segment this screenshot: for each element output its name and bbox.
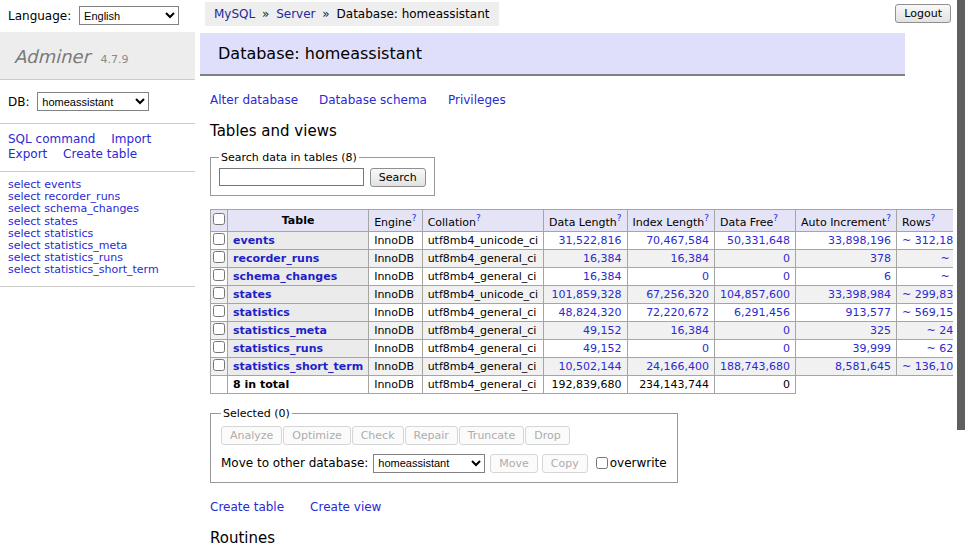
auto-increment-link[interactable]: 33,398,984 [828,288,891,301]
data-length-link[interactable]: 101,859,328 [552,288,622,301]
data-length-link[interactable]: 49,152 [583,342,622,355]
app-name[interactable]: Adminer [14,46,90,67]
data-length-link[interactable]: 10,502,144 [559,360,622,373]
column-header-label: Table [282,214,315,227]
help-link-data-length[interactable]: ? [617,213,622,223]
search-input[interactable] [219,168,364,186]
breadcrumb-item-server[interactable]: Server [276,7,315,21]
search-button[interactable]: Search [370,168,426,187]
data-length-link[interactable]: 16,384 [583,252,622,265]
help-link-index-length[interactable]: ? [704,213,709,223]
sidebar-action-sql-command[interactable]: SQL command [8,132,95,146]
select-all-checkbox[interactable] [213,213,225,225]
row-checkbox-statistics-short-term[interactable] [213,359,225,371]
data-length-link[interactable]: 48,824,320 [559,306,622,319]
table-link-statistics-short-term[interactable]: statistics_short_term [233,360,363,373]
move-db-select[interactable]: homeassistant [373,454,485,473]
auto-increment-link[interactable]: 33,898,196 [828,234,891,247]
auto-increment-link[interactable]: 8,581,645 [835,360,891,373]
check-button[interactable]: Check [352,426,404,445]
index-length-link[interactable]: 16,384 [671,324,710,337]
breadcrumb-item-mysql[interactable]: MySQL [214,7,255,21]
row-checkbox-events[interactable] [213,233,225,245]
help-link-auto-increment[interactable]: ? [886,213,891,223]
data-free-link[interactable]: 0 [783,324,790,337]
rows-link[interactable]: ~ 312,180 [902,234,960,247]
index-length-link[interactable]: 0 [702,342,709,355]
table-link-recorder-runs[interactable]: recorder_runs [233,252,319,265]
copy-button[interactable]: Copy [542,454,588,473]
auto-increment-link[interactable]: 39,999 [853,342,892,355]
help-link-engine[interactable]: ? [412,213,417,223]
rows-link[interactable]: ~ 299,833 [902,288,960,301]
sidebar-action-create-table[interactable]: Create table [63,147,137,161]
row-checkbox-recorder-runs[interactable] [213,251,225,263]
index-length-link[interactable]: 16,384 [671,252,710,265]
auto-increment-link[interactable]: 6 [884,270,891,283]
engine-cell: InnoDB [369,303,422,321]
logout-button[interactable]: Logout [895,4,951,23]
sidebar-item-select-statistics-short-term[interactable]: select statistics_short_term [8,264,187,276]
sidebar-action-export[interactable]: Export [8,147,47,161]
table-link-statistics-runs[interactable]: statistics_runs [233,342,323,355]
rows-link[interactable]: ~ 136,108 [902,360,960,373]
data-free-link[interactable]: 188,743,680 [720,360,790,373]
help-link-data-free[interactable]: ? [773,213,778,223]
rows-link[interactable]: ~ 569,159 [902,306,960,319]
table-link-statistics-meta[interactable]: statistics_meta [233,324,327,337]
link-create-table[interactable]: Create table [210,500,284,514]
repair-button[interactable]: Repair [405,426,458,445]
data-length-link[interactable]: 16,384 [583,270,622,283]
auto-increment-link[interactable]: 913,577 [846,306,892,319]
db-select[interactable]: homeassistant [37,92,149,111]
index-length-link[interactable]: 70,467,584 [646,234,709,247]
row-checkbox-statistics-meta[interactable] [213,323,225,335]
index-length-cell: 70,467,584 [627,231,715,249]
data-free-link[interactable]: 6,291,456 [734,306,790,319]
table-name-cell: statistics [228,303,369,321]
sidebar-action-import[interactable]: Import [111,132,151,146]
data-free-link[interactable]: 50,331,648 [727,234,790,247]
row-checkbox-schema-changes[interactable] [213,269,225,281]
sidebar-item-select-states[interactable]: select states [8,216,187,228]
optimize-button[interactable]: Optimize [283,426,350,445]
link-privileges[interactable]: Privileges [448,93,506,107]
link-alter-database[interactable]: Alter database [210,93,298,107]
table-link-statistics[interactable]: statistics [233,306,290,319]
table-link-schema-changes[interactable]: schema_changes [233,270,337,283]
table-link-states[interactable]: states [233,288,272,301]
table-name-cell: states [228,285,369,303]
auto-increment-cell: 378 [796,249,897,267]
breadcrumb-separator: » [255,7,276,21]
index-length-link[interactable]: 0 [702,270,709,283]
row-checkbox-statistics[interactable] [213,305,225,317]
data-length-link[interactable]: 31,522,816 [559,234,622,247]
drop-button[interactable]: Drop [525,426,569,445]
table-link-events[interactable]: events [233,234,275,247]
link-database-schema[interactable]: Database schema [319,93,427,107]
index-length-link[interactable]: 24,166,400 [646,360,709,373]
data-free-link[interactable]: 0 [783,252,790,265]
data-free-link[interactable]: 0 [783,270,790,283]
link-create-view[interactable]: Create view [310,500,381,514]
data-length-link[interactable]: 49,152 [583,324,622,337]
index-length-link[interactable]: 67,256,320 [646,288,709,301]
row-checkbox-statistics-runs[interactable] [213,341,225,353]
move-button[interactable]: Move [490,454,538,473]
data-free-link[interactable]: 104,857,600 [720,288,790,301]
data-free-link[interactable]: 0 [783,342,790,355]
truncate-button[interactable]: Truncate [459,426,524,445]
analyze-button[interactable]: Analyze [221,426,282,445]
auto-increment-link[interactable]: 325 [870,324,891,337]
row-checkbox-states[interactable] [213,287,225,299]
help-link-rows[interactable]: ? [931,213,936,223]
auto-increment-link[interactable]: 378 [870,252,891,265]
help-link-collation[interactable]: ? [476,213,481,223]
overwrite-checkbox[interactable] [596,457,608,469]
index-length-link[interactable]: 72,220,672 [646,306,709,319]
language-select[interactable]: English [79,6,179,25]
scrollbar-thumb[interactable] [957,0,965,430]
scrollbar-track[interactable] [953,0,966,543]
sidebar-item-select-schema-changes[interactable]: select schema_changes [8,203,187,215]
data-free-cell: 0 [715,267,796,285]
